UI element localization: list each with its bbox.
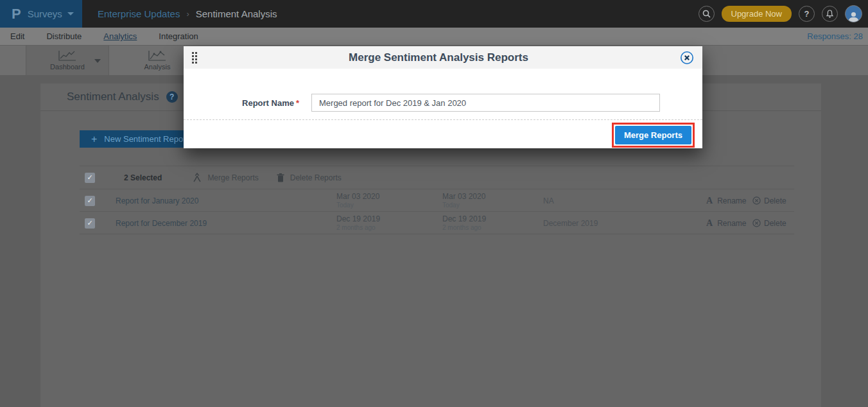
- row-checkbox[interactable]: ✓: [85, 218, 95, 229]
- top-bar: P Surveys Enterprise Updates › Sentiment…: [0, 0, 868, 28]
- date-value: Dec 19 2019: [442, 215, 486, 223]
- circled-x-icon: [752, 196, 761, 205]
- created-date: Dec 19 20192 months ago: [336, 215, 380, 232]
- close-icon: [680, 51, 694, 65]
- rename-icon: A: [706, 196, 713, 206]
- toolbar-tab-dashboard[interactable]: Dashboard: [26, 46, 109, 75]
- modified-date: Mar 03 2020Today: [442, 193, 485, 209]
- row-checkbox[interactable]: ✓: [85, 196, 95, 206]
- modal-header: Merge Sentiment Analysis Reports: [184, 46, 702, 69]
- merge-reports-action[interactable]: Merge Reports: [193, 173, 258, 182]
- breadcrumb: Enterprise Updates › Sentiment Analysis: [98, 8, 277, 19]
- rename-report-action[interactable]: ARename: [706, 212, 746, 234]
- created-date: Mar 03 2020Today: [336, 193, 379, 209]
- topbar-actions: Upgrade Now ?: [699, 5, 868, 22]
- circled-x-icon: [752, 219, 761, 227]
- drag-handle-icon[interactable]: [192, 52, 197, 64]
- rename-label: Rename: [717, 196, 746, 205]
- report-name-label: Report Name*: [184, 98, 299, 108]
- date-relative: Today: [442, 202, 485, 209]
- new-report-label: New Sentiment Report: [104, 134, 188, 144]
- click-target-annotation: Merge Reports: [612, 123, 695, 148]
- chevron-down-icon: [67, 12, 74, 15]
- breadcrumb-separator: ›: [186, 9, 189, 19]
- report-period: December 2019: [543, 212, 598, 234]
- line-chart-icon: [58, 50, 76, 61]
- merge-icon: [193, 173, 202, 182]
- modal-close-button[interactable]: [680, 51, 694, 65]
- report-row-december-2019: ✓ Report for December 2019 Dec 19 20192 …: [80, 212, 794, 234]
- toolbar-tab-label: Dashboard: [50, 63, 85, 71]
- date-value: Dec 19 2019: [336, 215, 380, 223]
- date-relative: 2 months ago: [442, 224, 486, 232]
- nav-tab-analytics[interactable]: Analytics: [103, 31, 137, 41]
- report-row-january-2020: ✓ Report for January 2020 Mar 03 2020Tod…: [80, 189, 794, 212]
- questionpro-logo: P: [12, 6, 21, 22]
- modal-body: Report Name*: [184, 69, 702, 119]
- scatter-chart-icon: [148, 50, 166, 61]
- selected-count: 2 Selected: [124, 173, 162, 182]
- modal-footer: Merge Reports: [184, 120, 702, 148]
- toolbar-tab-label: Analysis: [144, 63, 171, 71]
- merge-reports-modal: Merge Sentiment Analysis Reports Report …: [184, 46, 702, 148]
- delete-reports-action[interactable]: Delete Reports: [277, 173, 342, 182]
- page-title: Sentiment Analysis: [67, 91, 159, 103]
- help-icon[interactable]: ?: [799, 6, 815, 22]
- notifications-bell-icon[interactable]: [822, 6, 838, 22]
- delete-report-action[interactable]: Delete: [752, 189, 786, 212]
- merge-action-label: Merge Reports: [207, 173, 258, 182]
- product-name: Surveys: [28, 8, 62, 19]
- date-relative: Today: [336, 202, 379, 209]
- chevron-down-icon[interactable]: [94, 59, 101, 63]
- modified-date: Dec 19 20192 months ago: [442, 215, 486, 232]
- product-switcher[interactable]: P Surveys: [0, 0, 82, 28]
- survey-nav: Edit Distribute Analytics Integration Re…: [0, 28, 868, 45]
- responses-count[interactable]: Responses: 28: [807, 31, 863, 41]
- label-text: Report Name: [242, 98, 294, 108]
- report-name-link[interactable]: Report for January 2020: [116, 189, 198, 212]
- search-icon[interactable]: [699, 6, 715, 22]
- nav-tab-distribute[interactable]: Distribute: [46, 31, 82, 41]
- selection-bar: ✓ 2 Selected Merge Reports Delete Report…: [80, 166, 794, 189]
- date-value: Mar 03 2020: [442, 193, 485, 200]
- select-all-checkbox[interactable]: ✓: [85, 173, 95, 183]
- user-avatar[interactable]: [845, 5, 862, 22]
- report-name-input[interactable]: [311, 94, 660, 112]
- merge-reports-button[interactable]: Merge Reports: [615, 126, 691, 144]
- breadcrumb-survey-link[interactable]: Enterprise Updates: [98, 8, 180, 19]
- page-help-icon[interactable]: ?: [166, 91, 178, 103]
- report-name-link[interactable]: Report for December 2019: [116, 212, 207, 234]
- plus-icon: +: [91, 134, 97, 145]
- delete-action-label: Delete Reports: [290, 173, 342, 182]
- rename-icon: A: [706, 218, 713, 229]
- date-value: Mar 03 2020: [336, 193, 379, 200]
- rename-report-action[interactable]: ARename: [706, 189, 746, 212]
- report-name-row: Report Name*: [184, 94, 702, 112]
- trash-icon: [277, 173, 284, 182]
- nav-tab-edit[interactable]: Edit: [10, 31, 24, 41]
- delete-report-action[interactable]: Delete: [752, 212, 786, 234]
- new-sentiment-report-button[interactable]: + New Sentiment Report: [80, 130, 200, 148]
- modal-title: Merge Sentiment Analysis Reports: [197, 51, 680, 64]
- report-period: NA: [543, 189, 554, 212]
- required-asterisk: *: [296, 98, 299, 108]
- date-relative: 2 months ago: [336, 224, 380, 232]
- delete-label: Delete: [764, 196, 786, 205]
- nav-tab-integration[interactable]: Integration: [159, 31, 198, 41]
- rename-label: Rename: [717, 219, 746, 228]
- upgrade-now-button[interactable]: Upgrade Now: [722, 6, 792, 22]
- delete-label: Delete: [764, 219, 786, 228]
- reports-table: ✓ 2 Selected Merge Reports Delete Report…: [80, 166, 794, 234]
- breadcrumb-current: Sentiment Analysis: [196, 8, 277, 19]
